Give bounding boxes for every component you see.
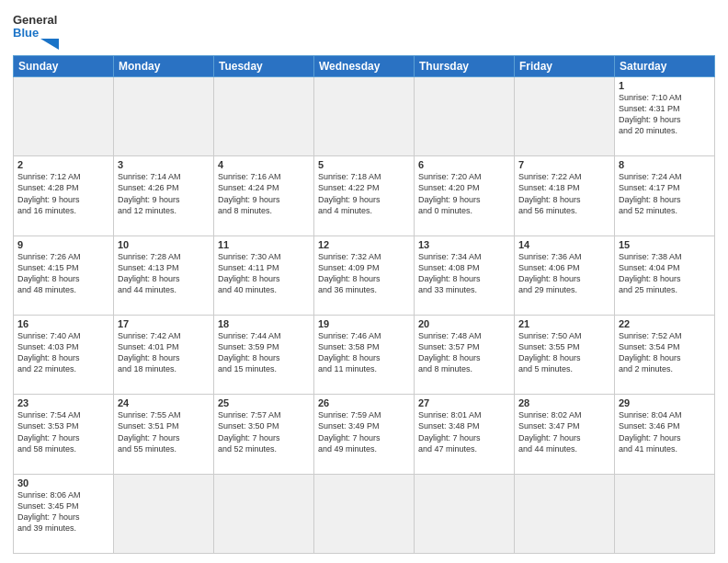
calendar-cell [14, 77, 114, 156]
day-number: 4 [218, 159, 310, 170]
day-number: 1 [619, 80, 711, 91]
calendar-cell: 29Sunrise: 8:04 AM Sunset: 3:46 PM Dayli… [615, 395, 715, 474]
calendar-cell: 19Sunrise: 7:46 AM Sunset: 3:58 PM Dayli… [314, 315, 415, 394]
day-info: Sunrise: 7:50 AM Sunset: 3:55 PM Dayligh… [518, 330, 610, 375]
col-thursday: Thursday [415, 56, 515, 77]
day-number: 25 [218, 397, 310, 408]
calendar-cell [415, 77, 515, 156]
day-info: Sunrise: 7:55 AM Sunset: 3:51 PM Dayligh… [118, 409, 210, 454]
day-number: 15 [619, 239, 711, 250]
day-number: 14 [518, 239, 610, 250]
week-row-4: 23Sunrise: 7:54 AM Sunset: 3:53 PM Dayli… [14, 395, 715, 474]
day-number: 6 [418, 159, 510, 170]
calendar-cell: 7Sunrise: 7:22 AM Sunset: 4:18 PM Daylig… [515, 156, 615, 236]
calendar-cell: 14Sunrise: 7:36 AM Sunset: 4:06 PM Dayli… [515, 236, 615, 315]
day-number: 20 [418, 318, 510, 329]
page: General Blue Sunday Monday Tuesday Wedne… [0, 0, 728, 563]
day-info: Sunrise: 7:12 AM Sunset: 4:28 PM Dayligh… [17, 171, 109, 216]
day-number: 28 [518, 397, 610, 408]
calendar-cell: 27Sunrise: 8:01 AM Sunset: 3:48 PM Dayli… [415, 395, 515, 474]
day-info: Sunrise: 7:30 AM Sunset: 4:11 PM Dayligh… [218, 251, 310, 296]
day-number: 3 [118, 159, 210, 170]
day-number: 8 [619, 159, 711, 170]
calendar-cell [515, 474, 615, 553]
calendar-cell [114, 77, 214, 156]
calendar-cell: 26Sunrise: 7:59 AM Sunset: 3:49 PM Dayli… [314, 395, 415, 474]
calendar-cell: 2Sunrise: 7:12 AM Sunset: 4:28 PM Daylig… [14, 156, 114, 236]
calendar-cell: 24Sunrise: 7:55 AM Sunset: 3:51 PM Dayli… [114, 395, 214, 474]
day-info: Sunrise: 7:40 AM Sunset: 4:03 PM Dayligh… [17, 330, 109, 375]
header-row: Sunday Monday Tuesday Wednesday Thursday… [14, 56, 715, 77]
calendar-cell: 4Sunrise: 7:16 AM Sunset: 4:24 PM Daylig… [214, 156, 314, 236]
calendar-table: Sunday Monday Tuesday Wednesday Thursday… [13, 55, 715, 554]
day-number: 30 [17, 477, 109, 488]
day-number: 21 [518, 318, 610, 329]
calendar-cell: 15Sunrise: 7:38 AM Sunset: 4:04 PM Dayli… [615, 236, 715, 315]
day-info: Sunrise: 7:52 AM Sunset: 3:54 PM Dayligh… [619, 330, 711, 375]
calendar-cell: 23Sunrise: 7:54 AM Sunset: 3:53 PM Dayli… [14, 395, 114, 474]
calendar-cell [615, 474, 715, 553]
day-info: Sunrise: 7:32 AM Sunset: 4:09 PM Dayligh… [318, 251, 410, 296]
day-number: 29 [619, 397, 711, 408]
calendar-cell: 11Sunrise: 7:30 AM Sunset: 4:11 PM Dayli… [214, 236, 314, 315]
calendar-cell: 30Sunrise: 8:06 AM Sunset: 3:45 PM Dayli… [14, 474, 114, 553]
day-info: Sunrise: 8:04 AM Sunset: 3:46 PM Dayligh… [619, 409, 711, 454]
day-info: Sunrise: 7:16 AM Sunset: 4:24 PM Dayligh… [218, 171, 310, 216]
day-info: Sunrise: 7:18 AM Sunset: 4:22 PM Dayligh… [318, 171, 410, 216]
day-info: Sunrise: 7:54 AM Sunset: 3:53 PM Dayligh… [17, 409, 109, 454]
logo-icon: General Blue [13, 9, 61, 50]
col-tuesday: Tuesday [214, 56, 314, 77]
day-info: Sunrise: 7:20 AM Sunset: 4:20 PM Dayligh… [418, 171, 510, 216]
week-row-3: 16Sunrise: 7:40 AM Sunset: 4:03 PM Dayli… [14, 315, 715, 394]
day-info: Sunrise: 7:28 AM Sunset: 4:13 PM Dayligh… [118, 251, 210, 296]
calendar-cell: 12Sunrise: 7:32 AM Sunset: 4:09 PM Dayli… [314, 236, 415, 315]
col-friday: Friday [515, 56, 615, 77]
day-number: 23 [17, 397, 109, 408]
day-info: Sunrise: 8:02 AM Sunset: 3:47 PM Dayligh… [518, 409, 610, 454]
day-number: 2 [17, 159, 109, 170]
day-info: Sunrise: 7:36 AM Sunset: 4:06 PM Dayligh… [518, 251, 610, 296]
calendar-cell: 5Sunrise: 7:18 AM Sunset: 4:22 PM Daylig… [314, 156, 415, 236]
calendar-cell: 28Sunrise: 8:02 AM Sunset: 3:47 PM Dayli… [515, 395, 615, 474]
day-number: 13 [418, 239, 510, 250]
calendar-cell: 3Sunrise: 7:14 AM Sunset: 4:26 PM Daylig… [114, 156, 214, 236]
day-info: Sunrise: 7:24 AM Sunset: 4:17 PM Dayligh… [619, 171, 711, 216]
col-wednesday: Wednesday [314, 56, 415, 77]
day-number: 27 [418, 397, 510, 408]
week-row-1: 2Sunrise: 7:12 AM Sunset: 4:28 PM Daylig… [14, 156, 715, 236]
day-info: Sunrise: 7:22 AM Sunset: 4:18 PM Dayligh… [518, 171, 610, 216]
day-info: Sunrise: 7:46 AM Sunset: 3:58 PM Dayligh… [318, 330, 410, 375]
calendar-cell [314, 474, 415, 553]
day-number: 24 [118, 397, 210, 408]
calendar-cell [114, 474, 214, 553]
calendar-cell: 6Sunrise: 7:20 AM Sunset: 4:20 PM Daylig… [415, 156, 515, 236]
week-row-0: 1Sunrise: 7:10 AM Sunset: 4:31 PM Daylig… [14, 77, 715, 156]
calendar-cell: 20Sunrise: 7:48 AM Sunset: 3:57 PM Dayli… [415, 315, 515, 394]
week-row-2: 9Sunrise: 7:26 AM Sunset: 4:15 PM Daylig… [14, 236, 715, 315]
day-info: Sunrise: 7:34 AM Sunset: 4:08 PM Dayligh… [418, 251, 510, 296]
day-info: Sunrise: 8:06 AM Sunset: 3:45 PM Dayligh… [17, 489, 109, 534]
calendar-header: Sunday Monday Tuesday Wednesday Thursday… [14, 56, 715, 77]
col-monday: Monday [114, 56, 214, 77]
calendar-cell: 17Sunrise: 7:42 AM Sunset: 4:01 PM Dayli… [114, 315, 214, 394]
week-row-5: 30Sunrise: 8:06 AM Sunset: 3:45 PM Dayli… [14, 474, 715, 553]
day-info: Sunrise: 7:44 AM Sunset: 3:59 PM Dayligh… [218, 330, 310, 375]
svg-marker-2 [40, 39, 59, 50]
day-number: 18 [218, 318, 310, 329]
svg-text:General: General [13, 13, 57, 27]
calendar-cell: 1Sunrise: 7:10 AM Sunset: 4:31 PM Daylig… [615, 77, 715, 156]
day-number: 10 [118, 239, 210, 250]
calendar-cell: 10Sunrise: 7:28 AM Sunset: 4:13 PM Dayli… [114, 236, 214, 315]
calendar-cell [214, 77, 314, 156]
day-number: 22 [619, 318, 711, 329]
calendar-cell: 16Sunrise: 7:40 AM Sunset: 4:03 PM Dayli… [14, 315, 114, 394]
day-number: 11 [218, 239, 310, 250]
header: General Blue [13, 9, 715, 50]
day-number: 7 [518, 159, 610, 170]
day-info: Sunrise: 7:26 AM Sunset: 4:15 PM Dayligh… [17, 251, 109, 296]
calendar-cell [214, 474, 314, 553]
day-info: Sunrise: 7:42 AM Sunset: 4:01 PM Dayligh… [118, 330, 210, 375]
day-info: Sunrise: 7:38 AM Sunset: 4:04 PM Dayligh… [619, 251, 711, 296]
col-sunday: Sunday [14, 56, 114, 77]
calendar-cell: 18Sunrise: 7:44 AM Sunset: 3:59 PM Dayli… [214, 315, 314, 394]
